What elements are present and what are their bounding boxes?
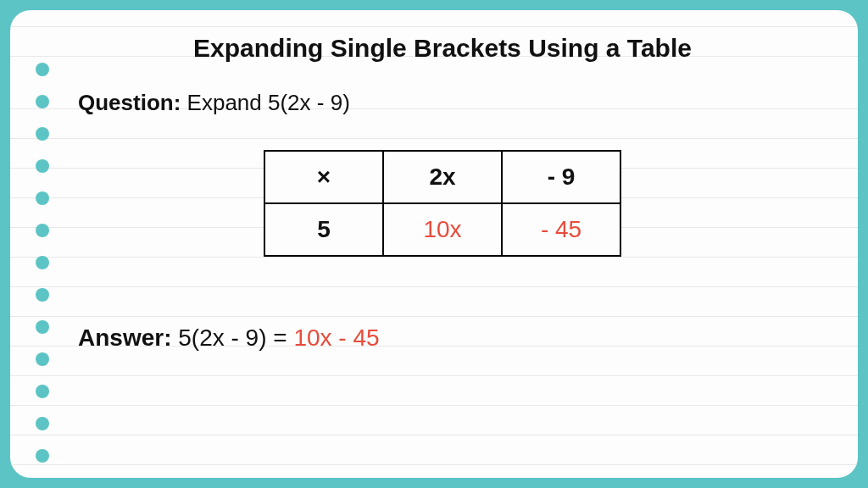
hole-icon (36, 256, 49, 269)
table-header-row: × 2x - 9 (264, 151, 620, 203)
hole-icon (36, 95, 49, 108)
hole-icon (36, 417, 49, 430)
hole-icon (36, 449, 49, 463)
hole-icon (36, 63, 49, 76)
question-label: Question: (78, 90, 181, 115)
table-result-cell: 10x (383, 203, 502, 256)
table-result-cell: - 45 (502, 203, 620, 256)
hole-icon (36, 320, 49, 334)
hole-icon (36, 191, 49, 205)
hole-icon (36, 127, 49, 141)
answer-line: Answer: 5(2x - 9) = 10x - 45 (78, 324, 807, 352)
hole-icon (36, 224, 49, 237)
table-wrap: × 2x - 9 5 10x - 45 (78, 150, 807, 257)
table-header-cell: 2x (383, 151, 502, 203)
hole-icon (36, 288, 49, 302)
table-header-cell: - 9 (502, 151, 620, 203)
page-title: Expanding Single Brackets Using a Table (78, 34, 807, 63)
table-header-cell: × (264, 151, 383, 203)
question-text: Expand 5(2x - 9) (187, 90, 350, 115)
question-line: Question: Expand 5(2x - 9) (78, 90, 807, 116)
answer-label: Answer: (78, 324, 171, 351)
binder-holes (36, 63, 49, 463)
content-area: Expanding Single Brackets Using a Table … (78, 34, 807, 352)
lesson-card: Expanding Single Brackets Using a Table … (10, 10, 858, 478)
hole-icon (36, 385, 49, 398)
multiplication-table: × 2x - 9 5 10x - 45 (264, 150, 621, 257)
hole-icon (36, 159, 49, 173)
answer-expression: 5(2x - 9) = (178, 324, 287, 351)
table-row-lead: 5 (264, 203, 383, 256)
hole-icon (36, 352, 49, 366)
answer-result: 10x - 45 (293, 324, 379, 351)
table-row: 5 10x - 45 (264, 203, 620, 256)
